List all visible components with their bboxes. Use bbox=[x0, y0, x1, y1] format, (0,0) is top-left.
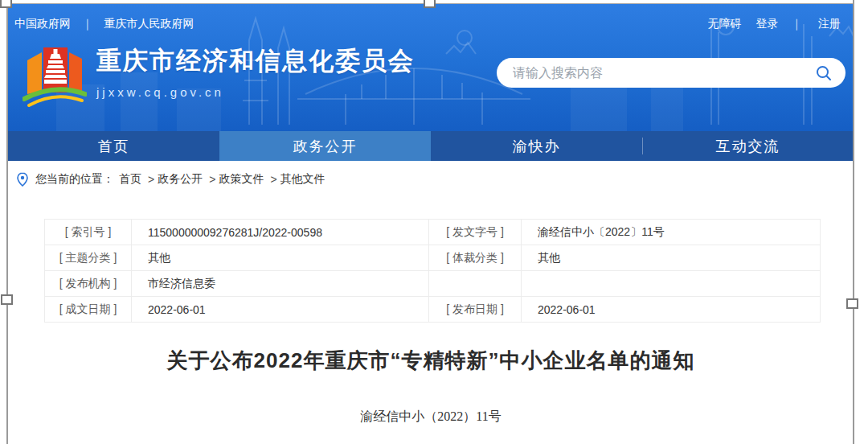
meta-value-empty bbox=[522, 271, 821, 297]
link-separator: ｜ bbox=[82, 17, 93, 30]
meta-label-genre-category: [ 体裁分类 ] bbox=[429, 245, 522, 271]
meta-value-genre-category: 其他 bbox=[522, 245, 821, 271]
link-chongqing-gov[interactable]: 重庆市人民政府网 bbox=[104, 17, 194, 30]
meta-value-issuing-agency: 市经济信息委 bbox=[132, 271, 429, 297]
site-title-block: 重庆市经济和信息化委员会 jjxxw.cq.gov.cn bbox=[96, 43, 415, 99]
frame-line-left bbox=[6, 0, 8, 444]
location-pin-icon bbox=[16, 172, 29, 187]
meta-label-empty bbox=[429, 271, 522, 297]
meta-value-topic-category: 其他 bbox=[132, 245, 429, 271]
breadcrumb-prefix: 您当前的位置： bbox=[35, 172, 114, 187]
frame-line-right bbox=[853, 0, 854, 444]
register-link[interactable]: 注册 bbox=[818, 17, 841, 30]
resize-handle-top-left[interactable] bbox=[0, 0, 12, 8]
breadcrumb: 您当前的位置： 首页 > 政务公开 > 政策文件 > 其他文件 bbox=[8, 161, 854, 197]
accessibility-link[interactable]: 无障碍 bbox=[708, 17, 742, 30]
resize-handle-middle-right[interactable] bbox=[846, 298, 858, 309]
document-number: 渝经信中小（2022）11号 bbox=[8, 409, 854, 426]
search-icon[interactable] bbox=[813, 63, 834, 84]
nav-item-home[interactable]: 首页 bbox=[8, 131, 219, 161]
login-link[interactable]: 登录 bbox=[756, 17, 779, 30]
resize-handle-top-center[interactable] bbox=[424, 0, 436, 8]
meta-value-publish-date: 2022-06-01 bbox=[522, 297, 821, 323]
meta-label-issuing-agency: [ 发布机构 ] bbox=[45, 271, 132, 297]
meta-value-written-date: 2022-06-01 bbox=[132, 297, 429, 323]
meta-label-publish-date: [ 发布日期 ] bbox=[429, 297, 522, 323]
meta-value-index-number: 11500000009276281J/2022-00598 bbox=[132, 220, 429, 245]
page-container: 中国政府网 ｜ 重庆市人民政府网 无障碍 登录 ｜ 注册 bbox=[8, 4, 854, 444]
breadcrumb-policy-files[interactable]: 政策文件 bbox=[219, 172, 264, 187]
table-row: [ 成文日期 ] 2022-06-01 [ 发布日期 ] 2022-06-01 bbox=[45, 297, 821, 323]
breadcrumb-separator: > bbox=[209, 173, 215, 186]
nav-item-gov-info[interactable]: 政务公开 bbox=[219, 131, 431, 161]
table-row: [ 发布机构 ] 市经济信息委 bbox=[45, 271, 821, 297]
resize-handle-middle-left[interactable] bbox=[1, 294, 13, 305]
nav-item-yukuaiban[interactable]: 渝快办 bbox=[431, 131, 642, 161]
breadcrumb-separator: > bbox=[148, 173, 154, 186]
search-input[interactable] bbox=[513, 66, 813, 80]
meta-label-written-date: [ 成文日期 ] bbox=[45, 297, 132, 323]
meta-label-topic-category: [ 主题分类 ] bbox=[45, 245, 132, 271]
breadcrumb-gov-info[interactable]: 政务公开 bbox=[158, 172, 203, 187]
main-nav: 首页 政务公开 渝快办 互动交流 bbox=[8, 131, 854, 161]
gov-links: 中国政府网 ｜ 重庆市人民政府网 bbox=[14, 17, 194, 31]
breadcrumb-home[interactable]: 首页 bbox=[119, 172, 141, 187]
nav-item-interaction[interactable]: 互动交流 bbox=[642, 131, 854, 161]
account-links: 无障碍 登录 ｜ 注册 bbox=[697, 17, 841, 31]
meta-label-index-number: [ 索引号 ] bbox=[45, 220, 132, 245]
meta-label-doc-symbol: [ 发文字号 ] bbox=[429, 220, 522, 245]
document-title: 关于公布2022年重庆市“专精特新”中小企业名单的通知 bbox=[8, 347, 854, 375]
meta-value-doc-symbol: 渝经信中小〔2022〕11号 bbox=[522, 220, 821, 245]
breadcrumb-separator: > bbox=[270, 173, 276, 186]
link-separator: ｜ bbox=[791, 17, 802, 30]
site-name: 重庆市经济和信息化委员会 bbox=[96, 44, 415, 78]
site-url: jjxxw.cq.gov.cn bbox=[96, 85, 415, 99]
agency-logo-icon bbox=[23, 43, 87, 110]
document-meta-table: [ 索引号 ] 11500000009276281J/2022-00598 [ … bbox=[44, 219, 821, 323]
table-row: [ 索引号 ] 11500000009276281J/2022-00598 [ … bbox=[45, 220, 821, 245]
site-banner: 中国政府网 ｜ 重庆市人民政府网 无障碍 登录 ｜ 注册 bbox=[8, 4, 854, 131]
utility-bar: 中国政府网 ｜ 重庆市人民政府网 无障碍 登录 ｜ 注册 bbox=[8, 4, 854, 31]
search-bar bbox=[497, 58, 845, 88]
link-china-gov[interactable]: 中国政府网 bbox=[14, 17, 71, 30]
breadcrumb-other-files[interactable]: 其他文件 bbox=[280, 172, 326, 187]
table-row: [ 主题分类 ] 其他 [ 体裁分类 ] 其他 bbox=[45, 245, 821, 271]
